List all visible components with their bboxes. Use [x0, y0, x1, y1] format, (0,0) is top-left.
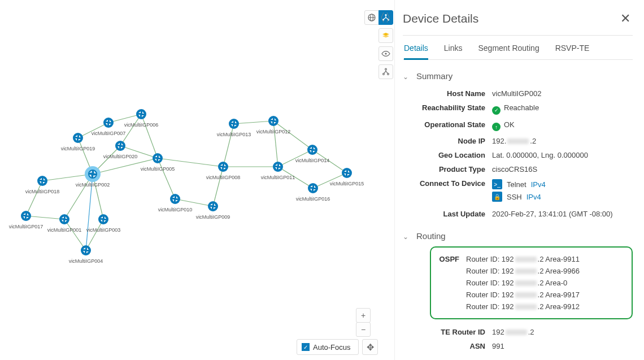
svg-point-0: [103, 118, 114, 128]
topology-node[interactable]: vicMultiIGP001: [47, 214, 82, 233]
ospf-highlight-box: OSPFRouter ID: 192.2 Area-9911Router ID:…: [430, 246, 633, 319]
svg-point-3: [115, 141, 125, 151]
topology-node[interactable]: vicMultiIGP011: [261, 162, 295, 180]
topology-node[interactable]: vicMultiIGP007: [92, 118, 126, 136]
topology-edge[interactable]: [158, 158, 175, 199]
topology-node[interactable]: vicMultiIGP004: [69, 245, 103, 264]
topology-edge[interactable]: [273, 121, 312, 150]
topology-node[interactable]: vicMultiIGP015: [330, 168, 364, 186]
zoom-out[interactable]: −: [356, 322, 371, 337]
topology-node[interactable]: vicMultiIGP006: [124, 109, 159, 128]
svg-point-29: [388, 73, 389, 75]
layers-icon: [381, 31, 390, 40]
topology-node[interactable]: vicMultiIGP013: [217, 119, 251, 137]
minus-icon: −: [361, 325, 365, 334]
topology-edge[interactable]: [26, 181, 42, 216]
reachability-value: ✓Reachable: [492, 103, 633, 115]
ospf-row: Router ID: 192.2 Area-9912: [431, 301, 626, 313]
node-label: vicMultiIGP006: [124, 122, 159, 128]
topology-svg[interactable]: vicMultiIGP007vicMultiIGP006vicMultiIGP0…: [0, 0, 394, 360]
routing-toggle[interactable]: ⌄ Routing: [403, 231, 633, 241]
topology-edge[interactable]: [175, 199, 213, 206]
geo-label: Geo Location: [403, 151, 492, 159]
tab-links[interactable]: Links: [444, 44, 463, 59]
topology-edge[interactable]: [64, 174, 93, 219]
node-label: vicMultiIGP003: [86, 227, 121, 233]
close-button[interactable]: ✕: [618, 10, 633, 27]
tab-details[interactable]: Details: [404, 44, 428, 60]
topology-node[interactable]: vicMultiIGP005: [141, 153, 175, 172]
telnet-ipv4-link[interactable]: IPv4: [531, 180, 546, 189]
svg-point-4: [153, 153, 163, 163]
tab-rsvp-te[interactable]: RSVP-TE: [555, 44, 590, 59]
svg-point-8: [342, 168, 352, 178]
zoom-in[interactable]: +: [356, 308, 371, 323]
chevron-down-icon: ⌄: [403, 73, 411, 81]
node-label: vicMultiIGP002: [76, 182, 110, 188]
topology-edge[interactable]: [64, 219, 86, 250]
operational-value: ↑OK: [492, 120, 633, 132]
section-summary: ⌄ Summary Host NamevicMultiIGP002 Reacha…: [403, 71, 633, 221]
panel-tabs: Details Links Segment Routing RSVP-TE: [403, 36, 633, 60]
topology-node[interactable]: vicMultiIGP010: [158, 194, 193, 212]
topology-edge[interactable]: [141, 114, 158, 158]
svg-point-13: [208, 201, 218, 211]
topology-edge[interactable]: [213, 167, 223, 206]
redacted: [507, 138, 529, 144]
node-label: vicMultiIGP008: [206, 175, 241, 180]
ospf-row: OSPFRouter ID: 192.2 Area-9911: [431, 253, 626, 265]
tool-layers[interactable]: [378, 28, 393, 43]
svg-point-14: [86, 168, 99, 180]
redacted: [506, 329, 527, 335]
lastupdate-value: 2020-Feb-27, 13:41:01 (GMT -08:00): [492, 210, 633, 218]
topology-canvas[interactable]: vicMultiIGP007vicMultiIGP006vicMultiIGP0…: [0, 0, 394, 360]
ssh-label: SSH: [507, 193, 522, 201]
tool-visibility[interactable]: [378, 46, 393, 61]
topology-edge[interactable]: [234, 121, 273, 124]
svg-point-6: [268, 116, 279, 126]
topology-edge[interactable]: [223, 124, 234, 167]
tool-hierarchy[interactable]: [378, 64, 393, 79]
topology-node[interactable]: vicMultiIGP017: [9, 211, 43, 229]
reachability-text: Reachable: [504, 103, 539, 112]
node-label: vicMultiIGP013: [217, 132, 251, 137]
panel-toggle[interactable]: 〈〉: [376, 9, 395, 26]
topology-node[interactable]: vicMultiIGP014: [295, 145, 330, 163]
tab-segment-routing[interactable]: Segment Routing: [478, 44, 539, 59]
ospf-label: [431, 267, 466, 275]
svg-point-2: [73, 133, 83, 143]
summary-toggle[interactable]: ⌄ Summary: [403, 71, 633, 81]
ospf-entry: Router ID: 192.2 Area-0: [466, 279, 567, 287]
topology-edge[interactable]: [273, 121, 278, 167]
topology-node[interactable]: vicMultiIGP003: [86, 214, 121, 233]
svg-point-26: [385, 53, 386, 54]
node-label: vicMultiIGP016: [296, 196, 330, 202]
recenter-button[interactable]: ✥: [362, 339, 378, 355]
device-details-panel: Device Details ✕ Details Links Segment R…: [394, 0, 644, 360]
topology-node[interactable]: vicMultiIGP008: [206, 162, 241, 180]
hostname-label: Host Name: [403, 89, 492, 98]
topology-node[interactable]: vicMultiIGP016: [296, 183, 330, 202]
node-label: vicMultiIGP019: [61, 146, 95, 151]
topology-node[interactable]: vicMultiIGP018: [25, 176, 60, 194]
topology-edge[interactable]: [158, 158, 223, 167]
ospf-entry: Router ID: 192.2 Area-9966: [466, 267, 580, 275]
topology-node[interactable]: vicMultiIGP019: [61, 133, 95, 151]
node-label: vicMultiIGP018: [25, 189, 60, 194]
node-label: vicMultiIGP014: [295, 158, 330, 163]
hierarchy-icon: [381, 67, 390, 76]
asn-label: ASN: [403, 342, 492, 350]
check-circle-icon: ✓: [492, 106, 501, 115]
node-label: vicMultiIGP001: [47, 227, 82, 233]
ssh-ipv4-link[interactable]: IPv4: [526, 193, 541, 201]
asn-value: 991: [492, 342, 633, 350]
ospf-label: [431, 279, 466, 287]
topology-edge[interactable]: [26, 216, 64, 219]
product-value: ciscoCRS16S: [492, 165, 633, 174]
topology-node[interactable]: vicMultiIGP012: [256, 116, 291, 135]
terminal-icon: >_: [492, 179, 502, 189]
ospf-entry: Router ID: 192.2 Area-9911: [466, 255, 580, 263]
checkbox-icon: ✓: [302, 343, 310, 351]
svg-point-27: [385, 68, 387, 70]
autofocus-toggle[interactable]: ✓ Auto-Focus: [297, 339, 359, 355]
